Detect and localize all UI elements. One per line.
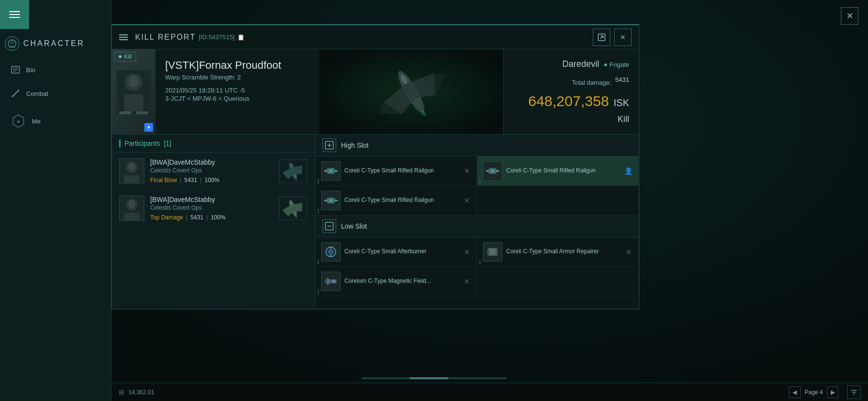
- svg-rect-46: [335, 170, 338, 171]
- low-slot-detail-name: Coreli C-Type Small Armor Repairer: [506, 248, 621, 256]
- sidebar-me-label: Me: [32, 118, 41, 125]
- ship-name: Daredevil: [562, 59, 599, 69]
- stat-damage-1: 5431: [184, 177, 197, 184]
- panel-title: KILL REPORT: [135, 33, 196, 42]
- ship-svg: [343, 58, 479, 126]
- character-icon: [5, 36, 19, 51]
- low-slot-close-2[interactable]: ✕: [463, 277, 471, 286]
- page-prev-button[interactable]: ◀: [789, 386, 801, 398]
- svg-rect-57: [324, 200, 327, 201]
- low-slot-item-2[interactable]: 1 Corelum C-Type Magnetic Field... ✕: [315, 267, 477, 296]
- total-damage-value: 5431: [615, 76, 629, 83]
- kill-info-bar: + [VSTK]Fornax Proudfoot Warp Scramble S…: [112, 49, 639, 135]
- kill-badge: Kill: [114, 52, 136, 62]
- victim-name: [VSTK]Fornax Proudfoot: [165, 59, 310, 72]
- svg-point-72: [332, 279, 336, 283]
- svg-rect-17: [119, 111, 131, 114]
- low-slot-icon-1: [321, 242, 341, 262]
- panel-menu-icon[interactable]: [119, 34, 128, 40]
- pagination-value: 14,362.01: [128, 389, 154, 396]
- panel-export-button[interactable]: [593, 29, 610, 46]
- low-slot-close-1[interactable]: ✕: [463, 247, 471, 257]
- stat-label-1: Final Blow: [150, 177, 177, 184]
- low-slot-detail-close[interactable]: ✕: [625, 247, 633, 257]
- svg-point-44: [329, 169, 333, 173]
- kill-result: Kill: [618, 114, 629, 124]
- slot-close-2[interactable]: ✕: [463, 196, 471, 205]
- participant-item-2[interactable]: [BWA]DaveMcStabby Celestis Covert Ops To…: [112, 190, 315, 227]
- svg-rect-69: [490, 249, 496, 255]
- low-slot-title: Low Slot: [341, 222, 367, 230]
- participant-stats-1: Final Blow | 5431 | 100%: [150, 177, 273, 184]
- kill-date: 2021/05/25 19:28:11 UTC -5: [165, 87, 310, 94]
- participant-info-2: [BWA]DaveMcStabby Celestis Covert Ops To…: [150, 196, 273, 221]
- svg-point-1: [11, 41, 14, 44]
- participant-ship-1: Celestis Covert Ops: [150, 167, 273, 174]
- page-next-button[interactable]: ▶: [827, 386, 838, 398]
- next-icon: ▶: [831, 389, 835, 396]
- low-slot-icon: [323, 219, 336, 233]
- slot-icon-1: [321, 161, 341, 181]
- scrollbar-thumb: [410, 377, 449, 379]
- sidebar-item-combat[interactable]: Combat: [0, 82, 111, 106]
- svg-rect-34: [124, 213, 140, 220]
- filter-button[interactable]: [847, 386, 861, 399]
- high-slot-grid: 1 Coreli C-Type Small Rifled Railgun ✕: [315, 156, 639, 216]
- sidebar-section-me[interactable]: ★ Me: [0, 106, 111, 137]
- high-slot-empty: [477, 186, 639, 216]
- low-slot-item-name-2: Corelum C-Type Magnetic Field...: [344, 278, 459, 285]
- low-slot-detail-number: 1: [479, 260, 481, 265]
- svg-point-15: [129, 76, 139, 87]
- prev-icon: ◀: [792, 389, 797, 396]
- ship-class-dot: ●: [604, 61, 607, 68]
- total-damage-label: Total damage:: [572, 79, 611, 86]
- high-slot-header: High Slot: [315, 135, 639, 156]
- page-label: Page 4: [805, 389, 823, 396]
- participant-ship-icon-1: [279, 159, 308, 183]
- panel-header-actions: ✕: [593, 29, 632, 46]
- panel-header: KILL REPORT [ID:5437515] 📋 ✕: [112, 25, 639, 49]
- slot-item-name-2: Coreli C-Type Small Rifled Railgun: [344, 197, 459, 204]
- low-slot-detail-icon: [483, 242, 502, 262]
- sidebar-menu-button[interactable]: [0, 0, 29, 29]
- pagination-bar: ⊞ 14,362.01 ◀ Page 4 ▶: [111, 383, 868, 401]
- stat-damage-2: 5431: [190, 214, 203, 221]
- participant-stats-2: Top Damage | 5431 | 100%: [150, 214, 273, 221]
- panel-copy-icon[interactable]: 📋: [237, 34, 245, 41]
- low-slot-item-1[interactable]: 1 Coreli C-Type Small Afterburner ✕: [315, 237, 477, 267]
- hex-icon: ★: [10, 112, 27, 130]
- high-slot-item-2[interactable]: 1 Coreli C-Type Small Rifled Railgun ✕: [315, 186, 477, 216]
- ship-class: Frigate: [610, 61, 629, 68]
- sidebar-title: CHARACTER: [23, 39, 85, 48]
- slot-close-1[interactable]: ✕: [463, 166, 471, 176]
- participant-name-2: [BWA]DaveMcStabby: [150, 196, 273, 203]
- avatar-image: [112, 49, 155, 134]
- svg-point-63: [328, 249, 334, 255]
- low-slot-number-2: 1: [317, 289, 320, 294]
- ship-info-right: Daredevil ● Frigate Total damage: 5431 6…: [503, 49, 639, 134]
- svg-rect-52: [496, 170, 499, 171]
- horizontal-scrollbar[interactable]: [361, 377, 507, 379]
- slot-detail-name: Coreli C-Type Small Rifled Railgun: [506, 167, 620, 175]
- sidebar-item-bio[interactable]: Bio: [0, 58, 111, 82]
- isk-value: 648,207,358: [528, 93, 609, 109]
- participant-item[interactable]: [BWA]DaveMcStabby Celestis Covert Ops Fi…: [112, 153, 315, 190]
- participants-panel: Participants [1] [BWA]DaveMcStabby Celes…: [112, 135, 315, 309]
- app-close-button[interactable]: ✕: [841, 7, 858, 25]
- participants-title: Participants: [124, 139, 160, 147]
- victim-warp: Warp Scramble Strength: 2: [165, 74, 310, 81]
- ship-render: [319, 49, 503, 134]
- low-slot-header: Low Slot: [315, 216, 639, 237]
- high-slot-item-1[interactable]: 1 Coreli C-Type Small Rifled Railgun ✕: [315, 156, 477, 186]
- participants-bar: [119, 139, 121, 147]
- high-slot-detail[interactable]: 1 Coreli C-Type Small Rifled Railgun 👤: [477, 156, 639, 186]
- slot-detail-icon: [483, 161, 502, 181]
- sidebar-combat-label: Combat: [26, 90, 48, 97]
- slot-item-name-1: Coreli C-Type Small Rifled Railgun: [344, 167, 459, 175]
- slot-user-icon: 👤: [624, 167, 633, 175]
- panel-close-button[interactable]: ✕: [614, 29, 632, 46]
- pagination-filter-icon: ⊞: [119, 388, 124, 396]
- bio-icon: [10, 64, 21, 76]
- low-slot-detail[interactable]: 1 Coreli C-Type Small Armor Repairer ✕: [477, 237, 639, 267]
- low-slot-empty: [477, 267, 639, 296]
